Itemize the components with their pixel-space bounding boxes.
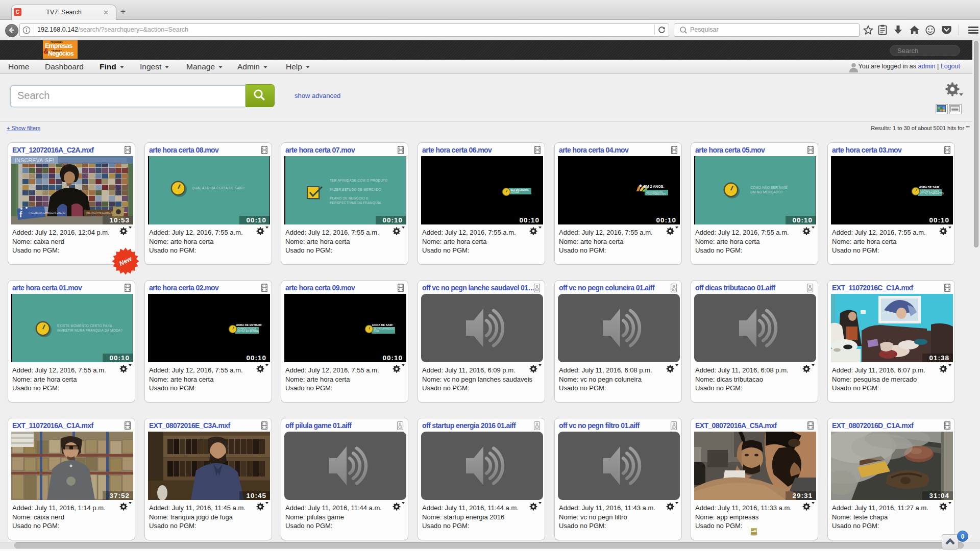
- svg-text:INSCREVA-SE!: INSCREVA-SE!: [15, 157, 54, 163]
- svg-text:FACEBOOK.COM/1CAFENERD: FACEBOOK.COM/1CAFENERD: [29, 211, 66, 214]
- svg-text:f: f: [19, 210, 22, 219]
